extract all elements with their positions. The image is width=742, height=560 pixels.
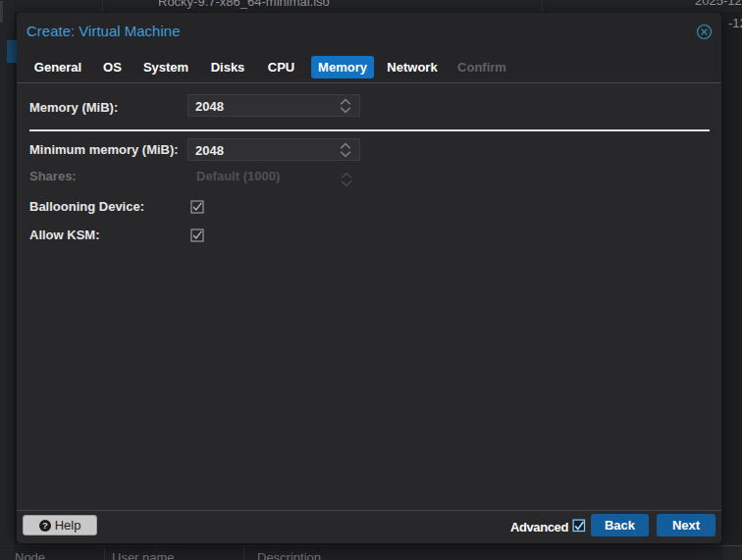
- svg-text:?: ?: [42, 520, 48, 531]
